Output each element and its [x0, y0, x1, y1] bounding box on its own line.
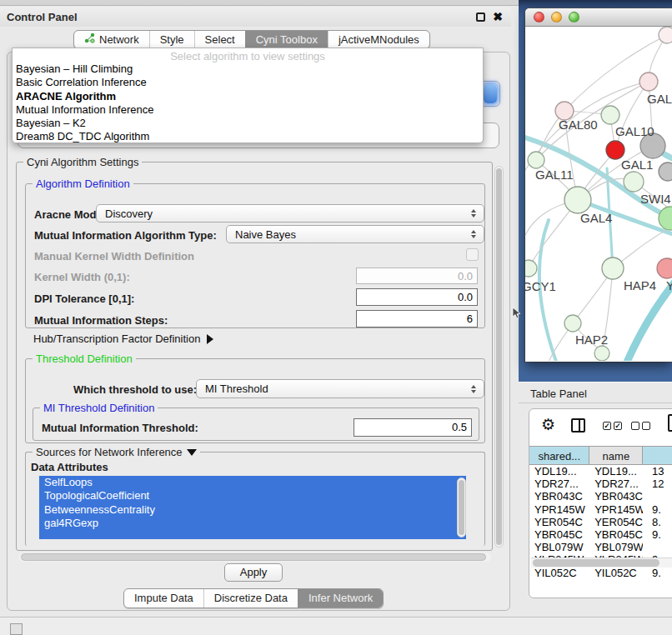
network-node — [657, 258, 672, 278]
table-cell[interactable] — [643, 541, 672, 553]
close-traffic-light-icon[interactable] — [534, 12, 544, 22]
table-row[interactable]: YDR27...YDR27...12 — [529, 478, 672, 490]
table-cell[interactable]: 13 — [643, 465, 672, 478]
table-cell[interactable]: YDR27... — [529, 478, 589, 490]
tab-jactivemnodules[interactable]: jActiveMNodules — [328, 31, 429, 48]
table-cell[interactable]: YBR043C — [589, 490, 643, 502]
table-panel-titlebar: Table Panel — [519, 382, 672, 403]
table-cell[interactable]: YBL079W — [529, 541, 589, 553]
mi-algorithm-type-combo[interactable]: Naive Bayes — [226, 225, 484, 243]
attributes-scrollbar[interactable] — [457, 478, 466, 538]
algorithm-option[interactable]: Bayesian – Hill Climbing — [13, 62, 483, 76]
table-row[interactable]: YER054CYER054C8. — [529, 516, 672, 528]
close-icon[interactable]: ✖ — [493, 11, 503, 22]
network-canvas[interactable]: GAL GAL80 GAL10 GAL11 GAL1 SWI4 GAL4 GCY… — [525, 27, 672, 361]
select-all-icon[interactable]: ✓✓ — [603, 422, 622, 430]
table-row[interactable]: YBR043CYBR043C — [529, 490, 672, 502]
hub-tf-section-toggle[interactable]: Hub/Transcription Factor Definition — [33, 332, 213, 345]
attribute-item[interactable]: BetweennessCentrality — [39, 503, 466, 517]
table-cell[interactable]: YBR043C — [529, 490, 589, 502]
tab-style[interactable]: Style — [149, 31, 194, 48]
tab-network[interactable]: Network — [74, 31, 149, 48]
table-cell[interactable]: YIL052C — [529, 567, 589, 579]
attribute-item[interactable]: gal4RGexp — [39, 517, 466, 530]
mi-threshold-group-title: MI Threshold Definition — [40, 402, 158, 414]
attribute-item[interactable]: SelfLoops — [39, 476, 466, 489]
table-row[interactable]: YBR045CYBR045C9. — [529, 528, 672, 541]
gear-icon[interactable]: ⚙ — [541, 417, 555, 432]
table-row[interactable]: YPR145WYPR145W9. — [529, 503, 672, 516]
table-row[interactable]: YDL19...YDL19...13 — [529, 465, 672, 478]
algorithm-option[interactable]: Dream8 DC_TDC Algorithm — [13, 130, 483, 143]
table-cell[interactable]: YPR145W — [529, 503, 589, 516]
combo-arrow-button[interactable] — [484, 84, 497, 103]
minimize-traffic-light-icon[interactable] — [551, 12, 562, 22]
algorithm-option[interactable]: ARACNE Algorithm — [13, 90, 483, 103]
float-window-icon[interactable] — [476, 12, 485, 22]
file-icon[interactable] — [668, 414, 672, 432]
table-cell[interactable]: YDL19... — [529, 465, 589, 478]
apply-button[interactable]: Apply — [224, 563, 283, 582]
table-cell[interactable]: 8. — [643, 516, 672, 528]
table-cell[interactable]: YDR27... — [589, 478, 643, 490]
network-view-window[interactable]: GAL GAL80 GAL10 GAL11 GAL1 SWI4 GAL4 GCY… — [525, 8, 672, 362]
node-label: Y — [666, 278, 672, 292]
combo-arrows-icon — [467, 385, 480, 393]
attribute-item[interactable]: TopologicalCoefficient — [39, 489, 466, 502]
kernel-width-field[interactable]: 0.0 — [356, 268, 478, 284]
table-cell[interactable]: YBR045C — [589, 528, 643, 541]
expanded-arrow-icon[interactable] — [187, 449, 197, 456]
tab-select[interactable]: Select — [194, 31, 245, 48]
table-row[interactable]: YBL079WYBL079W — [529, 541, 672, 553]
table-cell[interactable]: YDL19... — [589, 465, 643, 478]
tab-impute-data[interactable]: Impute Data — [124, 589, 203, 608]
table-cell[interactable]: 12 — [643, 478, 672, 490]
dpi-tolerance-label: DPI Tolerance [0,1]: — [34, 292, 134, 305]
dpi-tolerance-field[interactable]: 0.0 — [356, 288, 478, 306]
network-graph: GAL GAL80 GAL10 GAL11 GAL1 SWI4 GAL4 GCY… — [525, 27, 672, 361]
column-header[interactable] — [643, 447, 672, 464]
column-header[interactable]: shared... — [529, 447, 589, 464]
network-node — [639, 72, 658, 91]
table-cell[interactable]: 9. — [643, 503, 672, 516]
algorithm-option[interactable]: Basic Correlation Inference — [13, 76, 483, 89]
table-cell[interactable]: 9. — [643, 528, 672, 541]
node-label: GAL80 — [559, 118, 598, 132]
table-row[interactable]: YIL052CYIL052C9. — [529, 567, 672, 579]
network-node — [564, 315, 581, 332]
tab-infer-network[interactable]: Infer Network — [298, 589, 383, 608]
table-cell[interactable]: YIL052C — [589, 567, 643, 579]
data-attributes-list[interactable]: SelfLoopsTopologicalCoefficientBetweenne… — [39, 476, 466, 539]
which-threshold-label: Which threshold to use: — [73, 383, 197, 396]
aracne-mode-combo[interactable]: Discovery — [96, 204, 484, 222]
algorithm-option[interactable]: Bayesian – K2 — [13, 117, 483, 130]
columns-icon[interactable] — [571, 418, 585, 432]
column-header[interactable]: name — [589, 447, 643, 464]
table-cell[interactable]: YBL079W — [589, 541, 643, 553]
threshold-definition-group: Threshold Definition Which threshold to … — [25, 358, 485, 443]
which-threshold-combo[interactable]: MI Threshold — [196, 379, 484, 398]
table-horizontal-scrollbar[interactable] — [531, 558, 672, 568]
algorithm-popup-placeholder: Select algorithm to view settings — [13, 48, 483, 62]
table-cell[interactable]: 9. — [643, 567, 672, 579]
table-cell[interactable]: YBR045C — [529, 528, 589, 541]
mi-steps-field[interactable]: 6 — [356, 310, 478, 328]
table-cell[interactable] — [643, 490, 672, 502]
table-header-row: shared... name — [529, 446, 672, 465]
tab-discretize-data[interactable]: Discretize Data — [203, 589, 298, 608]
deselect-all-icon[interactable] — [631, 422, 650, 430]
table-cell[interactable]: YPR145W — [589, 503, 643, 516]
control-panel-titlebar: Control Panel ✖ — [0, 7, 511, 27]
manual-kernel-checkbox[interactable] — [466, 248, 479, 261]
zoom-traffic-light-icon[interactable] — [569, 12, 579, 22]
algorithm-option[interactable]: Mutual Information Inference — [13, 103, 483, 117]
mi-threshold-field[interactable]: 0.5 — [354, 418, 472, 437]
mi-steps-label: Mutual Information Steps: — [34, 314, 168, 327]
table-cell[interactable]: YER054C — [529, 516, 589, 528]
sources-group: Sources for Network Inference Data Attri… — [25, 452, 485, 546]
settings-horizontal-scrollbar[interactable] — [19, 552, 491, 562]
tab-cyni-toolbox[interactable]: Cyni Toolbox — [245, 31, 328, 48]
table-cell[interactable]: YER054C — [589, 516, 643, 528]
kernel-width-label: Kernel Width (0,1): — [34, 271, 130, 283]
settings-vertical-scrollbar[interactable] — [494, 166, 504, 548]
